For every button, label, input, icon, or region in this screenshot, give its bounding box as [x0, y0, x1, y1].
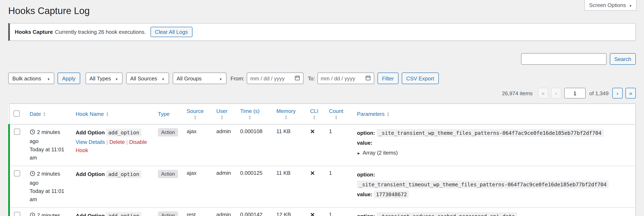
to-date-input[interactable]: mm / dd / yyyy [318, 73, 374, 84]
prev-page-button[interactable]: ‹ [551, 88, 561, 98]
param-value-label: value: [357, 140, 372, 146]
chevron-down-icon [47, 75, 50, 81]
sort-icon [313, 115, 316, 120]
column-header-type: Type [155, 104, 184, 124]
count-cell: 1 [326, 166, 354, 207]
screen-options-label: Screen Options [589, 2, 626, 8]
from-date-input[interactable]: mm / dd / yyyy [247, 73, 304, 84]
parameters-cell: option: _site_transient_timeout_wp_theme… [354, 166, 636, 207]
source-cell: rest [184, 207, 213, 216]
source-cell: ajax [184, 124, 213, 166]
bulk-actions-select[interactable]: Bulk actions [8, 73, 54, 84]
hook-action-label: Add Option [76, 213, 105, 216]
current-page-input[interactable] [564, 88, 586, 98]
count-cell: 1 [326, 207, 354, 216]
expand-array-icon[interactable]: ► [357, 151, 361, 155]
all-sources-label: All Sources [130, 75, 157, 81]
column-header-date[interactable]: Date [26, 104, 72, 124]
type-badge: Action [158, 211, 178, 216]
clock-icon [30, 129, 35, 137]
column-header-checkbox [9, 104, 26, 124]
row-checkbox[interactable] [14, 212, 20, 216]
first-page-button[interactable]: « [538, 88, 548, 98]
filter-toolbar: Bulk actions Apply All Types All Sources… [8, 73, 636, 84]
search-button[interactable]: Search [610, 53, 636, 65]
all-groups-select[interactable]: All Groups [172, 73, 226, 84]
filter-button[interactable]: Filter [378, 73, 398, 84]
view-details-link[interactable]: View Details [76, 139, 105, 145]
hook-name-cell: Add Option add_option View Details | Del… [72, 124, 155, 166]
sort-icon [284, 115, 288, 120]
row-checkbox[interactable] [14, 170, 20, 176]
column-header-parameters[interactable]: Parameters [354, 104, 636, 124]
hook-code: add_option [106, 129, 142, 137]
notice-title: Hooks Capture [15, 29, 53, 35]
notice-message: Currently tracking 26 hook executions. [55, 29, 146, 35]
user-cell: admin [213, 207, 237, 216]
date-cell: 2 minutes ago Today at 11:01 am [26, 124, 72, 166]
memory-cell: 12 KB [273, 207, 307, 216]
page: Screen Options Hooks Capture Log Hooks C… [0, 0, 644, 216]
last-page-button[interactable]: » [626, 88, 636, 98]
column-header-user[interactable]: User [213, 104, 237, 124]
bulk-actions-label: Bulk actions [12, 75, 41, 81]
absolute-date: Today at 11:01 am [30, 146, 69, 162]
param-option-label: option: [357, 130, 375, 136]
from-label: From: [230, 75, 244, 81]
column-header-time[interactable]: Time (s) [237, 104, 273, 124]
screen-options-button[interactable]: Screen Options [584, 0, 636, 11]
column-label: Parameters [357, 111, 384, 117]
next-page-button[interactable]: › [612, 88, 622, 98]
type-badge: Action [158, 170, 178, 178]
to-label: To: [308, 75, 315, 81]
type-cell: Action [155, 207, 184, 216]
apply-button[interactable]: Apply [58, 73, 80, 84]
calendar-icon[interactable] [295, 75, 300, 82]
notice-banner: Hooks Capture Currently tracking 26 hook… [8, 23, 636, 41]
sort-icon [386, 112, 390, 117]
column-label: Memory [276, 108, 296, 114]
all-types-select[interactable]: All Types [85, 73, 122, 84]
column-header-hook-name[interactable]: Hook Name [72, 104, 155, 124]
param-option-value: _site_transient_wp_theme_files_patterns-… [376, 129, 604, 137]
all-types-label: All Types [90, 75, 111, 81]
date-placeholder: mm / dd / yyyy [250, 75, 285, 81]
clear-all-logs-button[interactable]: Clear All Logs [150, 27, 192, 37]
parameters-cell: option: _transient_aadvana_cached_pagesp… [354, 207, 636, 216]
column-label: Time (s) [240, 108, 260, 114]
column-header-cli[interactable]: CLI [307, 104, 326, 124]
sort-icon [248, 115, 251, 120]
csv-export-button[interactable]: CSV Export [402, 73, 438, 84]
link-separator: | [106, 139, 108, 145]
hook-action-label: Add Option [76, 171, 105, 177]
sort-icon [106, 112, 109, 117]
delete-link[interactable]: Delete [110, 139, 125, 145]
clock-icon [30, 171, 35, 179]
chevron-down-icon [162, 75, 165, 81]
column-header-source[interactable]: Source [184, 104, 213, 124]
items-count: 26,974 items [502, 90, 532, 96]
array-toggle-label[interactable]: Array (2 items) [363, 150, 398, 156]
hooks-log-table: Date Hook Name Type Source User Time (s) [8, 103, 636, 216]
chevron-down-icon [115, 75, 118, 81]
column-label: Count [329, 108, 343, 114]
type-cell: Action [155, 124, 184, 166]
type-cell: Action [155, 166, 184, 207]
param-option-value: _transient_aadvana_cached_pagespeed_api_… [376, 212, 517, 216]
all-sources-select[interactable]: All Sources [126, 73, 169, 84]
column-label: Hook Name [76, 111, 104, 117]
sort-icon [194, 115, 196, 120]
row-checkbox[interactable] [14, 129, 20, 135]
select-all-checkbox[interactable] [13, 111, 20, 117]
time-cell: 0.000125 [237, 166, 273, 207]
column-header-memory[interactable]: Memory [273, 104, 307, 124]
calendar-icon[interactable] [365, 75, 371, 82]
search-input[interactable] [521, 53, 606, 65]
date-placeholder: mm / dd / yyyy [321, 75, 355, 81]
parameters-cell: option: _site_transient_wp_theme_files_p… [354, 124, 636, 166]
table-header-row: Date Hook Name Type Source User Time (s) [9, 104, 636, 124]
column-label: Source [187, 108, 204, 114]
column-label: CLI [310, 108, 318, 114]
link-separator: | [126, 139, 128, 145]
column-header-count[interactable]: Count [326, 104, 354, 124]
